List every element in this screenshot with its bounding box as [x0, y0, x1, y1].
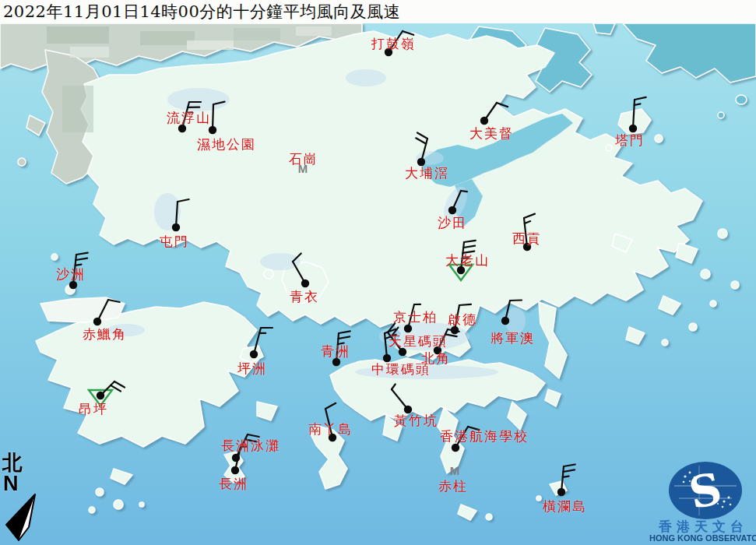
station-dot	[404, 406, 412, 413]
hong-kong-map: MM	[0, 0, 756, 545]
compass-needle-icon	[0, 491, 44, 544]
island	[655, 135, 663, 142]
station-dot	[480, 117, 488, 125]
title-bar: 2022年11月01日14時00分的十分鐘平均風向及風速	[0, 0, 756, 23]
station-dot	[231, 466, 239, 474]
station-dot	[501, 317, 509, 325]
station-dot	[383, 354, 391, 362]
island	[139, 502, 144, 507]
station-dot	[172, 223, 180, 231]
station-dot	[97, 392, 104, 399]
ma-wan	[264, 269, 273, 279]
island	[710, 301, 716, 307]
island	[718, 229, 727, 238]
missing-data-marker: M	[450, 464, 460, 477]
station-dot	[178, 125, 186, 132]
hko-logo: S 香港天文台 HONG KONG OBSERVATORY	[651, 461, 756, 545]
wind-map-page: MM 打鼓嶺流浮山濕地公園石崗大美督塔門大埔滘沙田西貢屯門沙洲大老山青衣赤鱲角京…	[0, 0, 756, 545]
island	[736, 95, 747, 104]
map-title: 2022年11月01日14時00分的十分鐘平均風向及風速	[3, 1, 400, 23]
station-dot	[301, 280, 309, 287]
station-dot	[332, 358, 340, 366]
north-indicator: 北 N	[0, 452, 44, 545]
island	[96, 488, 104, 496]
hko-name-english: HONG KONG OBSERVATORY	[649, 534, 756, 543]
station-dot	[399, 348, 406, 356]
station-stanley: M	[450, 464, 460, 477]
station-dot	[250, 350, 258, 358]
station-dot	[557, 488, 565, 496]
station-dot	[404, 325, 412, 332]
island	[606, 145, 612, 151]
station-dot	[93, 318, 101, 325]
island	[662, 339, 668, 346]
station-shek-kong: M	[298, 162, 308, 175]
island	[51, 254, 58, 260]
station-dot	[69, 281, 77, 289]
island	[89, 507, 95, 513]
station-dot	[523, 243, 531, 251]
island	[114, 500, 123, 509]
island	[731, 281, 739, 289]
island	[718, 112, 724, 118]
station-dot	[457, 266, 465, 274]
station-dot	[417, 158, 425, 166]
north-hanzi: 北	[2, 452, 23, 473]
station-dot	[329, 434, 336, 441]
island	[18, 158, 26, 166]
hko-name-chinese: 香港天文台	[651, 520, 756, 533]
island	[536, 496, 541, 501]
station-dot	[209, 126, 216, 134]
island	[701, 269, 710, 279]
hko-logo-icon: S	[651, 461, 756, 520]
missing-data-marker: M	[298, 162, 308, 175]
station-dot	[385, 48, 392, 56]
island	[689, 323, 697, 331]
station-dot	[434, 346, 441, 354]
station-dot	[448, 206, 456, 214]
station-dot	[629, 125, 637, 132]
island	[486, 514, 492, 520]
station-dot	[452, 444, 459, 452]
